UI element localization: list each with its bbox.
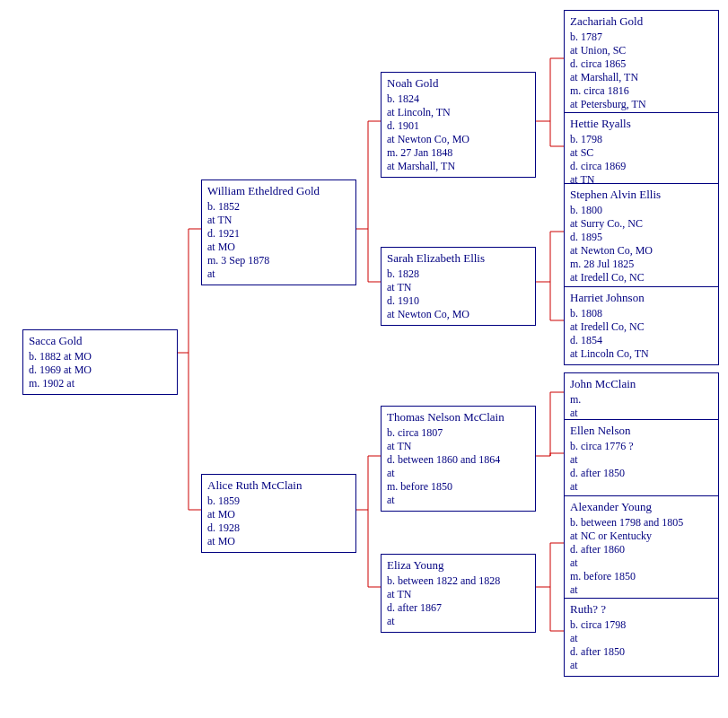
person-ruth[interactable]: Ruth? ? b. circa 1798 at d. after 1850 a…: [564, 598, 719, 677]
person-alexander-young[interactable]: Alexander Young b. between 1798 and 1805…: [564, 495, 719, 601]
person-ellen-nelson[interactable]: Ellen Nelson b. circa 1776 ? at d. after…: [564, 419, 719, 498]
person-hettie-ryalls[interactable]: Hettie Ryalls b. 1798 at SC d. circa 186…: [564, 112, 719, 191]
person-alice-mcclain[interactable]: Alice Ruth McClain b. 1859 at MO d. 1928…: [201, 474, 356, 553]
person-thomas-mcclain[interactable]: Thomas Nelson McClain b. circa 1807 at T…: [381, 406, 536, 512]
person-zachariah-gold[interactable]: Zachariah Gold b. 1787 at Union, SC d. c…: [564, 10, 719, 116]
person-harriet-johnson[interactable]: Harriet Johnson b. 1808 at Iredell Co, N…: [564, 286, 719, 365]
person-william-gold[interactable]: William Etheldred Gold b. 1852 at TN d. …: [201, 180, 356, 285]
person-sarah-ellis[interactable]: Sarah Elizabeth Ellis b. 1828 at TN d. 1…: [381, 247, 536, 326]
person-name: Sacca Gold: [29, 334, 171, 348]
person-eliza-young[interactable]: Eliza Young b. between 1822 and 1828 at …: [381, 554, 536, 633]
person-noah-gold[interactable]: Noah Gold b. 1824 at Lincoln, TN d. 1901…: [381, 72, 536, 178]
person-stephen-ellis[interactable]: Stephen Alvin Ellis b. 1800 at Surry Co.…: [564, 183, 719, 289]
person-john-mcclain[interactable]: John McClain m. at: [564, 372, 719, 425]
person-sacca-gold[interactable]: Sacca Gold b. 1882 at MO d. 1969 at MO m…: [22, 329, 178, 395]
